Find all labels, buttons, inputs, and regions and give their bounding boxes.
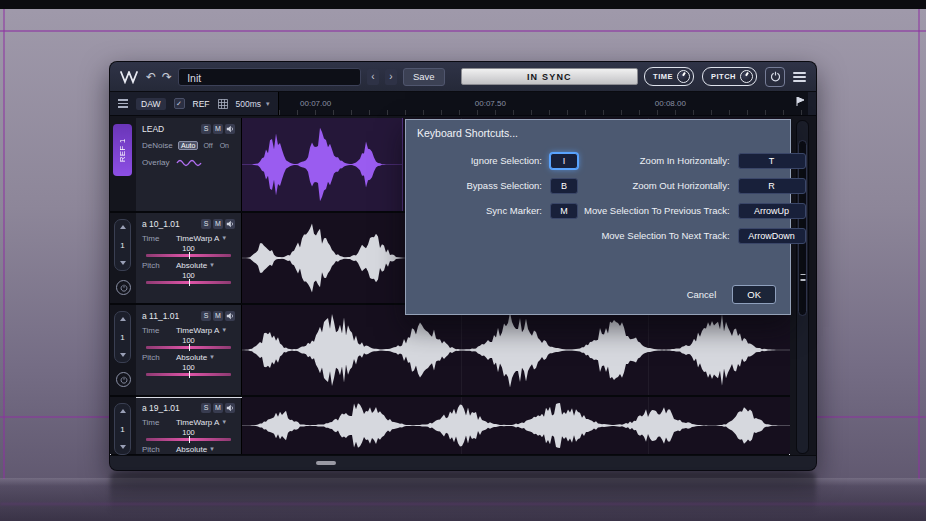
waveform-lane[interactable]	[242, 305, 790, 395]
chevron-up-icon[interactable]	[120, 225, 126, 229]
shortcut-key-button[interactable]: T	[738, 153, 806, 169]
resize-handle[interactable]	[316, 461, 336, 465]
scrollbar-grip-icon	[800, 274, 805, 281]
marker-flag-icon[interactable]	[796, 97, 805, 106]
grid-size-dropdown[interactable]: 500ms ▾	[236, 99, 270, 109]
power-icon	[770, 71, 781, 82]
chevron-down-icon: ▾	[222, 418, 226, 426]
grid-snap-icon[interactable]	[218, 99, 228, 109]
solo-button[interactable]: S	[201, 311, 211, 321]
track-number-stepper[interactable]: 1	[114, 219, 131, 271]
dialog-title: Keyboard Shortcuts...	[406, 120, 790, 144]
lead-track-header: LEAD S M DeNoise Auto Of	[136, 118, 242, 211]
chevron-down-icon: ▾	[266, 100, 270, 108]
shortcut-key-button[interactable]: I	[550, 153, 578, 169]
shortcut-key-button[interactable]: M	[550, 203, 578, 219]
chevron-up-icon[interactable]	[120, 409, 126, 413]
track-name: a 10_1.01	[142, 219, 180, 229]
pitch-amount-slider[interactable]: 100	[146, 364, 231, 376]
waves-logo-icon	[120, 70, 140, 84]
track-strip: 1	[110, 213, 136, 303]
time-mode-dropdown[interactable]: Time TimeWarp A ▾	[142, 232, 235, 244]
denoise-auto-option[interactable]: Auto	[178, 141, 198, 150]
track-power-button[interactable]	[116, 372, 131, 387]
track-row-selected: 1 a 19_1.01 S M	[110, 397, 790, 456]
backdrop-grid-line	[0, 30, 926, 32]
time-amount-slider[interactable]: 100	[146, 337, 231, 349]
pitch-mode-dropdown[interactable]: Pitch Absolute ▾	[142, 259, 235, 271]
overlay-waveform-icon[interactable]	[176, 157, 204, 169]
waveform-lane[interactable]	[242, 397, 790, 454]
pitch-toggle-label: PITCH	[711, 72, 736, 81]
track-number-stepper[interactable]: 1	[114, 403, 131, 455]
chevron-down-icon: ▾	[222, 234, 226, 242]
mute-button[interactable]: M	[213, 124, 223, 134]
main-toolbar: ↶ ↷ Init ‹ › Save IN SYNC TIME PITCH	[110, 62, 816, 92]
chevron-down-icon: ▾	[222, 326, 226, 334]
pitch-mode-dropdown[interactable]: Pitch Absolute ▾	[142, 351, 235, 363]
preset-name-field[interactable]: Init	[178, 68, 361, 86]
track-name: a 11_1.01	[142, 311, 179, 321]
mute-button[interactable]: M	[213, 311, 223, 321]
denoise-on-option[interactable]: On	[218, 142, 231, 149]
time-toggle-label: TIME	[653, 72, 673, 81]
shortcut-key-button[interactable]: ArrowUp	[738, 203, 806, 219]
track-number-stepper[interactable]: 1	[114, 311, 131, 363]
denoise-label: DeNoise	[142, 141, 176, 150]
track-header: a 19_1.01 S M Time TimeWarp A ▾	[136, 397, 242, 454]
track-list-icon[interactable]	[118, 99, 128, 108]
pitch-toggle-button[interactable]: PITCH	[702, 67, 757, 86]
shortcut-key-button[interactable]: B	[550, 178, 578, 194]
chevron-down-icon[interactable]	[120, 261, 126, 265]
solo-button[interactable]: S	[201, 124, 211, 134]
speaker-icon[interactable]	[225, 403, 235, 413]
power-button[interactable]	[765, 67, 785, 87]
chevron-down-icon[interactable]	[120, 353, 126, 357]
undo-icon[interactable]: ↶	[146, 71, 156, 83]
window-bottom-bar	[110, 455, 816, 470]
ref-track-tab[interactable]: REF 1	[113, 124, 132, 176]
speaker-icon[interactable]	[225, 311, 235, 321]
lead-waveform-clip[interactable]	[242, 118, 403, 211]
track-number: 1	[120, 425, 124, 434]
timeline-tick: 00:08.00	[655, 99, 686, 108]
redo-icon[interactable]: ↷	[162, 71, 172, 83]
time-amount-slider[interactable]: 100	[146, 245, 231, 257]
speaker-icon[interactable]	[225, 124, 235, 134]
timeline-ruler[interactable]: 00:07.00 00:07.50 00:08.00	[278, 92, 808, 115]
time-mode-dropdown[interactable]: Time TimeWarp A ▾	[142, 416, 235, 428]
solo-button[interactable]: S	[201, 403, 211, 413]
track-strip: 1	[110, 397, 136, 454]
ref-checkbox[interactable]: ✓	[174, 98, 185, 109]
time-amount-slider[interactable]: 100	[146, 429, 231, 441]
solo-button[interactable]: S	[201, 219, 211, 229]
shortcut-key-button[interactable]: R	[738, 178, 806, 194]
time-knob-icon[interactable]	[677, 70, 690, 83]
shortcut-label: Move Selection To Next Track:	[601, 230, 729, 241]
denoise-off-option[interactable]: Off	[201, 142, 214, 149]
shortcut-key-button[interactable]: ArrowDown	[738, 228, 806, 244]
track-strip: 1	[110, 305, 136, 395]
pitch-knob-icon[interactable]	[740, 70, 753, 83]
hamburger-menu-icon[interactable]	[793, 72, 806, 82]
pitch-mode-dropdown[interactable]: Pitch Absolute ▾	[142, 443, 235, 454]
save-button[interactable]: Save	[403, 68, 445, 86]
cancel-button[interactable]: Cancel	[687, 289, 717, 300]
time-mode-dropdown[interactable]: Time TimeWarp A ▾	[142, 324, 235, 336]
speaker-icon[interactable]	[225, 219, 235, 229]
window-reflection	[110, 472, 816, 521]
chevron-up-icon[interactable]	[120, 317, 126, 321]
track-name: a 19_1.01	[142, 403, 180, 413]
mute-button[interactable]: M	[213, 403, 223, 413]
ok-button[interactable]: OK	[732, 285, 776, 304]
track-row: 1 a 11_1.01 S M	[110, 305, 790, 397]
daw-mode-button[interactable]: DAW	[136, 98, 166, 110]
time-toggle-button[interactable]: TIME	[644, 67, 694, 86]
next-preset-button[interactable]: ›	[385, 69, 397, 85]
prev-preset-button[interactable]: ‹	[367, 69, 379, 85]
pitch-amount-slider[interactable]: 100	[146, 272, 231, 284]
mute-button[interactable]: M	[213, 219, 223, 229]
chevron-down-icon[interactable]	[120, 445, 126, 449]
toolbar-right-group: TIME PITCH	[644, 67, 806, 87]
track-power-button[interactable]	[116, 280, 131, 295]
